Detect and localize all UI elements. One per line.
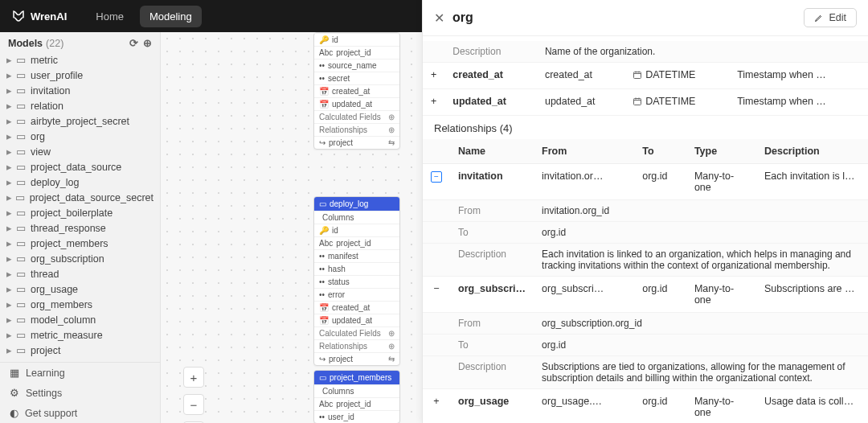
model-row-deploy_log[interactable]: ▸▭deploy_log [0, 175, 160, 190]
card-field[interactable]: ••manifest [314, 249, 399, 262]
expand-icon[interactable]: − [423, 164, 450, 200]
card-field[interactable]: 📅updated_at [314, 97, 399, 110]
gear-icon: ⚙ [10, 387, 19, 399]
card-field[interactable]: Abcproject_id [314, 46, 399, 59]
model-row-org_usage[interactable]: ▸▭org_usage [0, 281, 160, 297]
link-settings[interactable]: ⚙Settings [0, 383, 160, 403]
relationship-row[interactable]: −org_subscri…org_subscri…org.idMany-to-o… [423, 277, 868, 313]
add-model-icon[interactable]: ⊕ [143, 37, 152, 49]
card-field[interactable]: 📅created_at [314, 301, 399, 314]
table-icon: ▭ [16, 298, 27, 310]
chevron-right-icon: ▸ [6, 84, 14, 97]
chevron-right-icon: ▸ [6, 314, 14, 326]
model-row-project_members[interactable]: ▸▭project_members [0, 236, 160, 251]
nav-modeling[interactable]: Modeling [140, 6, 202, 27]
field-row[interactable]: +created_atcreated_atDATETIMETimestamp w… [423, 63, 868, 89]
sidebar-footer: ▦Learning ⚙Settings ◐Get support [0, 359, 160, 423]
table-icon: ▭ [16, 130, 27, 142]
card-relation[interactable]: ↪project⇆ [314, 136, 399, 149]
table-icon: ▭ [16, 84, 27, 97]
model-row-user_profile[interactable]: ▸▭user_profile [0, 68, 160, 83]
link-learning[interactable]: ▦Learning [0, 363, 160, 383]
table-icon: ▭ [16, 69, 27, 81]
chevron-right-icon: ▸ [6, 100, 14, 112]
table-icon: ▭ [16, 329, 27, 341]
link-support[interactable]: ◐Get support [0, 403, 160, 423]
relationship-row[interactable]: +org_usageorg_usage.…org.idMany-to-oneUs… [423, 389, 868, 424]
card-field[interactable]: 📅created_at [314, 84, 399, 97]
card-deploy-log[interactable]: ▭deploy_logColumns🔑idAbcproject_id••mani… [313, 196, 400, 366]
zoom-controls: + − ⤢ ◻ [183, 367, 204, 423]
model-row-project_boilerplate[interactable]: ▸▭project_boilerplate [0, 205, 160, 220]
brand-logo[interactable]: WrenAI [11, 9, 67, 23]
chevron-right-icon: ▸ [6, 344, 14, 356]
expand-icon[interactable]: + [423, 89, 444, 116]
table-icon: ▭ [16, 100, 27, 112]
card-title: ▭deploy_log [314, 197, 399, 211]
relationship-row[interactable]: −invitationinvitation.or…org.idMany-to-o… [423, 164, 868, 200]
book-icon: ▦ [10, 367, 19, 379]
card-field[interactable]: 📅updated_at [314, 314, 399, 326]
chevron-right-icon: ▸ [6, 161, 14, 173]
card-field[interactable]: 🔑id [314, 224, 399, 236]
zoom-out-button[interactable]: − [183, 394, 204, 415]
card-field[interactable]: Columns [314, 384, 399, 397]
model-row-project_data_source[interactable]: ▸▭project_data_source [0, 159, 160, 175]
card-field[interactable]: ••secret [314, 72, 399, 84]
chevron-right-icon: ▸ [6, 237, 14, 249]
card-field[interactable]: Columns [314, 211, 399, 224]
card-top[interactable]: 🔑idAbcproject_id••source_name••secret📅cr… [313, 32, 400, 150]
table-icon: ▭ [16, 115, 27, 127]
model-row-thread_response[interactable]: ▸▭thread_response [0, 220, 160, 236]
card-section[interactable]: Calculated Fields⊕ [314, 110, 399, 123]
panel-header: ✕ org Edit [423, 0, 868, 36]
nav-home[interactable]: Home [86, 6, 133, 27]
model-row-model_column[interactable]: ▸▭model_column [0, 312, 160, 327]
table-icon: ▭ [16, 222, 27, 234]
card-section[interactable]: Relationships⊕ [314, 339, 399, 352]
expand-icon[interactable]: − [423, 277, 450, 313]
model-row-view[interactable]: ▸▭view [0, 144, 160, 159]
card-field[interactable]: Abcproject_id [314, 397, 399, 410]
refresh-icon[interactable]: ⟳ [129, 37, 138, 49]
card-field[interactable]: ••user_id [314, 410, 399, 423]
model-row-metric[interactable]: ▸▭metric [0, 52, 160, 68]
model-row-metric_measure[interactable]: ▸▭metric_measure [0, 327, 160, 343]
card-field[interactable]: ••source_name [314, 59, 399, 72]
panel-body: DescriptionName of the organization.+cre… [423, 36, 868, 423]
card-field[interactable]: ••error [314, 288, 399, 301]
card-project-members[interactable]: ▭project_membersColumnsAbcproject_id••us… [313, 370, 400, 423]
help-icon: ◐ [10, 407, 18, 419]
chevron-right-icon: ▸ [6, 146, 14, 158]
card-section[interactable]: Calculated Fields⊕ [314, 326, 399, 339]
table-icon: ▭ [16, 253, 27, 265]
zoom-in-button[interactable]: + [183, 367, 204, 388]
models-header: Models (22) ⟳ ⊕ [0, 32, 160, 52]
card-relation[interactable]: ↪project⇆ [314, 352, 399, 365]
detail-panel: ✕ org Edit DescriptionName of the organi… [422, 0, 868, 423]
close-icon[interactable]: ✕ [434, 10, 444, 26]
expand-icon[interactable]: + [423, 63, 444, 89]
field-row[interactable]: +updated_atupdated_atDATETIMETimestamp w… [423, 89, 868, 116]
model-row-project_data_source_secret[interactable]: ▸▭project_data_source_secret [0, 190, 160, 205]
model-row-project[interactable]: ▸▭project [0, 343, 160, 358]
chevron-right-icon: ▸ [6, 176, 14, 188]
card-field[interactable]: Abcproject_id [314, 236, 399, 249]
expand-icon[interactable]: + [423, 389, 450, 424]
chevron-right-icon: ▸ [6, 54, 14, 66]
edit-button[interactable]: Edit [804, 8, 857, 27]
model-row-airbyte_project_secret[interactable]: ▸▭airbyte_project_secret [0, 113, 160, 129]
model-row-invitation[interactable]: ▸▭invitation [0, 83, 160, 98]
table-icon: ▭ [16, 54, 27, 66]
model-row-org_subscription[interactable]: ▸▭org_subscription [0, 251, 160, 266]
brand-text: WrenAI [31, 10, 67, 23]
card-title: ▭project_members [314, 371, 399, 384]
card-section[interactable]: Relationships⊕ [314, 123, 399, 136]
model-row-org_members[interactable]: ▸▭org_members [0, 297, 160, 312]
card-field[interactable]: ••status [314, 275, 399, 288]
model-row-relation[interactable]: ▸▭relation [0, 98, 160, 113]
model-row-thread[interactable]: ▸▭thread [0, 266, 160, 281]
model-row-org[interactable]: ▸▭org [0, 129, 160, 144]
card-field[interactable]: 🔑id [314, 33, 399, 46]
card-field[interactable]: ••hash [314, 262, 399, 275]
